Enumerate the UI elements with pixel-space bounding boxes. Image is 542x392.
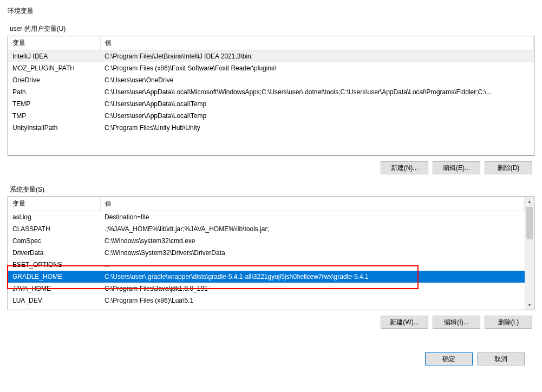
var-name: TEMP bbox=[8, 98, 100, 110]
var-value: C:\Windows\system32\cmd.exe bbox=[100, 235, 525, 247]
sys-col-value[interactable]: 值 bbox=[100, 197, 525, 211]
ok-button[interactable]: 确定 bbox=[425, 352, 473, 365]
scroll-up-icon[interactable]: ▲ bbox=[525, 197, 534, 206]
table-row[interactable]: TEMPC:\Users\user\AppData\Local\Temp bbox=[8, 98, 534, 110]
scroll-thumb[interactable] bbox=[526, 207, 533, 239]
scroll-down-icon[interactable]: ▼ bbox=[525, 300, 534, 310]
sys-delete-button[interactable]: 删除(L) bbox=[485, 316, 532, 329]
var-name: ESET_OPTIONS bbox=[8, 259, 100, 271]
sys-vars-buttons: 新建(W)... 编辑(I)... 删除(L) bbox=[8, 310, 534, 329]
sys-vars-table[interactable]: 变量 值 asl.logDestination=fileCLASSPATH.;%… bbox=[8, 197, 525, 310]
user-vars-label: user 的用户变量(U) bbox=[8, 24, 534, 36]
var-value: .;%JAVA_HOME%\lib\dt.jar;%JAVA_HOME%\lib… bbox=[100, 223, 525, 235]
user-col-value[interactable]: 值 bbox=[100, 36, 534, 50]
var-name: IntelliJ IDEA bbox=[8, 50, 100, 63]
var-name: LUA_PATH bbox=[8, 306, 100, 310]
table-row[interactable]: ComSpecC:\Windows\system32\cmd.exe bbox=[8, 235, 525, 247]
table-row[interactable]: UnityInstallPathC:\Program Files\Unity H… bbox=[8, 122, 534, 134]
var-value: C:\Program Files (x86)\Lua\5.1 bbox=[100, 295, 525, 306]
table-row[interactable]: TMPC:\Users\user\AppData\Local\Temp bbox=[8, 110, 534, 122]
table-row[interactable]: OneDriveC:\Users\user\OneDrive bbox=[8, 74, 534, 86]
var-value: C:\Program Files (x86)\Foxit Software\Fo… bbox=[100, 62, 534, 74]
sys-new-button[interactable]: 新建(W)... bbox=[381, 316, 428, 329]
table-row[interactable]: LUA_DEVC:\Program Files (x86)\Lua\5.1 bbox=[8, 295, 525, 306]
var-name: TMP bbox=[8, 110, 100, 122]
user-new-button[interactable]: 新建(N)... bbox=[381, 161, 428, 174]
sys-vars-group: 系统变量(S) 变量 值 asl.logDestination=fileCLAS… bbox=[8, 185, 534, 329]
var-name: GRADLE_HOME bbox=[8, 271, 100, 283]
var-value: C:\Program Files\Unity Hub\Unity bbox=[100, 122, 534, 134]
var-name: ComSpec bbox=[8, 235, 100, 247]
table-row[interactable]: CLASSPATH.;%JAVA_HOME%\lib\dt.jar;%JAVA_… bbox=[8, 223, 525, 235]
sys-scrollbar[interactable]: ▲ ▼ bbox=[525, 197, 534, 310]
var-value: ;;C:\Program Files (x86)\Lua\5.1\lua\?.l… bbox=[100, 306, 525, 310]
var-name: JAVA_HOME bbox=[8, 283, 100, 295]
env-vars-dialog: 环境变量 user 的用户变量(U) 变量 值 IntelliJ IDEAC:\… bbox=[0, 0, 542, 370]
var-value: C:\Users\user\AppData\Local\Microsoft\Wi… bbox=[100, 86, 534, 98]
var-value: ... bbox=[100, 259, 525, 271]
var-value: C:\Users\user\AppData\Local\Temp bbox=[100, 98, 534, 110]
table-row[interactable]: asl.logDestination=file bbox=[8, 211, 525, 224]
user-col-name[interactable]: 变量 bbox=[8, 36, 100, 50]
user-edit-button[interactable]: 编辑(E)... bbox=[433, 161, 480, 174]
sys-vars-label: 系统变量(S) bbox=[8, 185, 534, 197]
table-row[interactable]: MOZ_PLUGIN_PATHC:\Program Files (x86)\Fo… bbox=[8, 62, 534, 74]
var-name: CLASSPATH bbox=[8, 223, 100, 235]
cancel-button[interactable]: 取消 bbox=[477, 352, 525, 365]
var-name: asl.log bbox=[8, 211, 100, 224]
table-row[interactable]: GRADLE_HOMEC:\Users\user\.gradle\wrapper… bbox=[8, 271, 525, 283]
table-row[interactable]: LUA_PATH;;C:\Program Files (x86)\Lua\5.1… bbox=[8, 306, 525, 310]
var-value: C:\Users\user\AppData\Local\Temp bbox=[100, 110, 534, 122]
var-value: Destination=file bbox=[100, 211, 525, 224]
var-name: UnityInstallPath bbox=[8, 122, 100, 134]
user-vars-table[interactable]: 变量 值 IntelliJ IDEAC:\Program Files\JetBr… bbox=[8, 36, 534, 134]
var-name: OneDrive bbox=[8, 74, 100, 86]
var-name: DriverData bbox=[8, 247, 100, 259]
table-row[interactable]: IntelliJ IDEAC:\Program Files\JetBrains\… bbox=[8, 50, 534, 63]
var-name: Path bbox=[8, 86, 100, 98]
dialog-title: 环境变量 bbox=[8, 4, 534, 24]
sys-vars-table-container: 变量 值 asl.logDestination=fileCLASSPATH.;%… bbox=[8, 197, 534, 310]
user-vars-table-container: 变量 值 IntelliJ IDEAC:\Program Files\JetBr… bbox=[8, 36, 534, 156]
table-row[interactable]: DriverDataC:\Windows\System32\Drivers\Dr… bbox=[8, 247, 525, 259]
user-delete-button[interactable]: 删除(D) bbox=[485, 161, 532, 174]
var-value: C:\Users\user\.gradle\wrapper\dists\grad… bbox=[100, 271, 525, 283]
sys-edit-button[interactable]: 编辑(I)... bbox=[433, 316, 480, 329]
var-value: C:\Program Files\Java\jdk1.8.0_191 bbox=[100, 283, 525, 295]
var-value: C:\Windows\System32\Drivers\DriverData bbox=[100, 247, 525, 259]
sys-col-name[interactable]: 变量 bbox=[8, 197, 100, 211]
user-vars-group: user 的用户变量(U) 变量 值 IntelliJ IDEAC:\Progr… bbox=[8, 24, 534, 174]
var-name: LUA_DEV bbox=[8, 295, 100, 306]
var-value: C:\Program Files\JetBrains\IntelliJ IDEA… bbox=[100, 50, 534, 63]
table-row[interactable]: PathC:\Users\user\AppData\Local\Microsof… bbox=[8, 86, 534, 98]
table-row[interactable]: JAVA_HOMEC:\Program Files\Java\jdk1.8.0_… bbox=[8, 283, 525, 295]
table-row[interactable]: ESET_OPTIONS ... bbox=[8, 259, 525, 271]
var-value: C:\Users\user\OneDrive bbox=[100, 74, 534, 86]
var-name: MOZ_PLUGIN_PATH bbox=[8, 62, 100, 74]
user-vars-buttons: 新建(N)... 编辑(E)... 删除(D) bbox=[8, 156, 534, 174]
dialog-footer: 确定 取消 bbox=[8, 339, 534, 365]
